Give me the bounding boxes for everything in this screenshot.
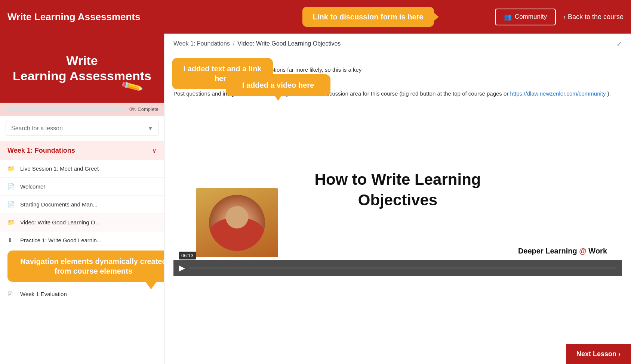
lesson-title: Week 1 Evaluation [20,291,157,297]
expand-icon: ⤢ [616,40,622,48]
lesson-title: Live Session 1: Meet and Greet [20,165,157,172]
back-to-course-link[interactable]: ‹ Back to the course [563,13,624,21]
video-section: I added a video here How to Write Learni… [173,104,622,276]
week-header[interactable]: Week 1: Foundations ∨ [0,141,164,160]
video-container[interactable]: How to Write Learning Objectives Deep [173,104,622,276]
branding: Deeper Learning @ Work [518,247,607,255]
play-button[interactable]: ▶ [179,263,185,273]
folder-icon: 📁 [7,219,16,226]
video-thumbnail [196,188,278,257]
sidebar-banner: Write Learning Assessments ✏️ [0,34,164,103]
search-input[interactable] [11,125,148,132]
breadcrumb-current: Video: Write Good Learning Objectives [237,40,341,47]
lesson-title: Practice 1: Write Good Learnin... [20,237,157,243]
list-item[interactable]: ⬇ Practice 1: Write Good Learnin... [0,231,164,249]
list-item[interactable]: 📄 Welcome! [0,178,164,196]
discussion-bubble-container: Link to discussion form is here [302,7,434,27]
progress-label: 0% Complete [129,106,158,112]
list-item[interactable]: 📄 Starting Documents and Man... [0,196,164,214]
nav-bubble: Navigation elements dynamically created … [7,251,164,282]
lesson-title: Starting Documents and Man... [20,201,157,208]
main-container: Write Learning Assessments ✏️ 0% Complet… [0,34,631,364]
at-symbol: @ [579,247,587,255]
folder-icon: 📁 [7,165,16,172]
doc-icon: 📄 [7,183,16,190]
community-link[interactable]: https://dlaw.newzenler.com/community [510,90,606,97]
content-body: I added text and a link here s make well… [164,54,631,283]
search-container: ▼ [0,116,164,141]
video-slide-title: How to Write Learning Objectives [315,169,481,210]
person-avatar [209,195,265,251]
content-area: Week 1: Foundations / Video: Write Good … [164,34,631,364]
discussion-bubble: Link to discussion form is here [302,7,434,27]
video-controls: ▶ [173,260,622,276]
search-box[interactable]: ▼ [6,121,158,136]
list-item[interactable]: ☑ Week 1 Evaluation [0,285,164,303]
list-item[interactable]: 📁 Live Session 1: Meet and Greet [0,160,164,178]
lesson-title: Welcome! [20,183,157,190]
check-icon: ☑ [7,290,16,298]
progress-bar-background [6,107,126,112]
header-right: 👥 Community ‹ Back to the course [495,9,624,25]
doc-icon: 📄 [7,201,16,208]
breadcrumb-separator: / [233,40,234,47]
lesson-title: Video: Write Good Learning O... [20,219,157,225]
progress-bar-container: 0% Complete [0,103,164,116]
video-progress-bar[interactable] [189,267,617,269]
sidebar: Write Learning Assessments ✏️ 0% Complet… [0,34,164,364]
video-bubble: I added a video here [226,74,330,96]
week-header-title: Week 1: Foundations [7,147,75,155]
header: Write Learning Assessments Link to discu… [0,0,631,34]
list-item[interactable]: 📁 Video: Write Good Learning O... [0,214,164,231]
dropdown-icon: ▼ [148,125,153,131]
back-chevron-icon: ‹ [563,13,566,21]
community-icon: 👥 [504,13,512,21]
video-time-badge: 06:13 [179,252,196,259]
download-icon: ⬇ [7,237,16,244]
breadcrumb-week: Week 1: Foundations [173,40,230,47]
breadcrumb: Week 1: Foundations / Video: Write Good … [164,34,631,54]
week-chevron-icon: ∨ [152,147,157,154]
community-button[interactable]: 👥 Community [495,9,556,25]
next-lesson-button[interactable]: Next Lesson › [566,344,631,364]
